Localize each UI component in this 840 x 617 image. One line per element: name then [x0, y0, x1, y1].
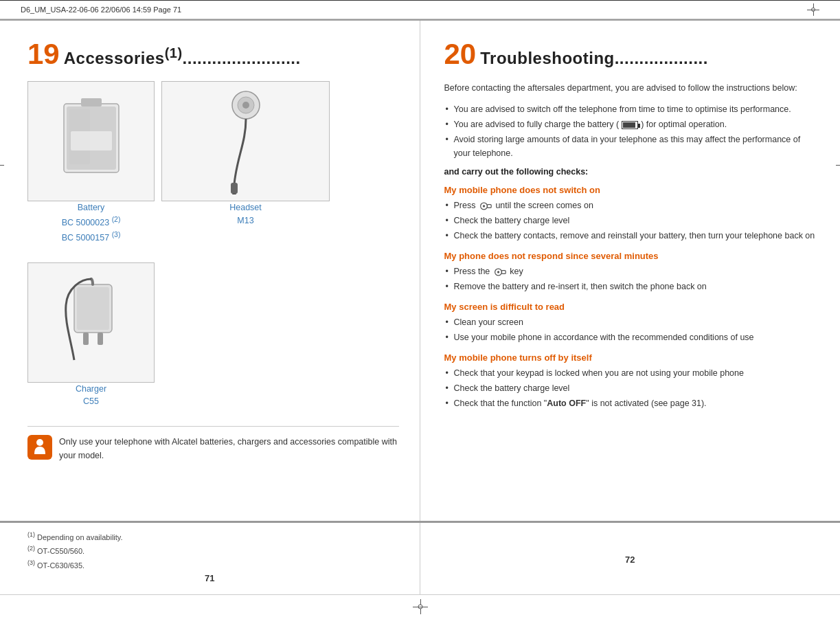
- svg-point-7: [242, 102, 249, 109]
- charger-accessory: Charger C55: [27, 262, 155, 416]
- intro-bullet-list: You are advised to switch off the teleph…: [444, 102, 817, 161]
- page-number-left: 71: [27, 573, 392, 583]
- s2-bullet-2: Remove the battery and re-insert it, the…: [444, 280, 817, 293]
- section2-bullets: Press the key Remove the battery and re-…: [444, 265, 817, 293]
- battery-label: Battery BC 5000023 (2) BC 5000157 (3): [62, 201, 121, 245]
- section4-bullets: Check that your keypad is locked when yo…: [444, 366, 817, 410]
- s3-bullet-1: Clean your screen: [444, 315, 817, 329]
- svg-rect-3: [81, 98, 102, 106]
- footer-right: 72: [420, 523, 841, 594]
- accessories-section-header: 19 Accessories(1).......................…: [27, 40, 399, 69]
- left-column: 19 Accessories(1).......................…: [0, 21, 420, 521]
- accessories-number: 19: [27, 40, 60, 69]
- svg-rect-12: [83, 333, 89, 345]
- subsection3-title: My screen is difficult to read: [444, 302, 817, 312]
- battery-accessory: Battery BC 5000023 (2) BC 5000157 (3): [27, 81, 155, 251]
- power-key-icon: [479, 201, 492, 211]
- svg-rect-9: [232, 194, 236, 194]
- warning-icon: [27, 435, 52, 460]
- bottom-crosshair-icon: [413, 599, 428, 614]
- svg-rect-17: [487, 205, 491, 208]
- battery-icon-inline-wrap: [620, 117, 639, 131]
- subsection2-title: My phone does not respond since several …: [444, 251, 817, 261]
- s3-bullet-2: Use your mobile phone in accordance with…: [444, 330, 817, 344]
- battery-inline-icon: [622, 121, 638, 129]
- svg-point-14: [36, 439, 43, 446]
- warning-person-icon: [30, 438, 49, 457]
- battery-illustration: [50, 97, 133, 186]
- checks-intro-text: and carry out the following checks:: [444, 167, 817, 177]
- troubleshooting-number: 20: [444, 40, 477, 69]
- left-crosshair-icon: [0, 158, 4, 172]
- footnotes: (1) Depending on availability. (2) OT-C5…: [27, 530, 392, 572]
- subsection4-title: My mobile phone turns off by itself: [444, 352, 817, 363]
- page-number-right: 72: [444, 554, 817, 565]
- key-icon-s2: [494, 267, 506, 277]
- trouble-intro-text: Before contacting the aftersales departm…: [444, 81, 817, 96]
- headset-image-box: [161, 81, 330, 201]
- section1-bullets: Press until the screen comes on Check th…: [444, 199, 817, 243]
- s1-bullet-1: Press until the screen comes on: [444, 199, 817, 212]
- intro-bullet-1: You are advised to switch off the teleph…: [444, 102, 817, 116]
- accessories-title: Accessories(1)........................: [64, 45, 301, 68]
- svg-rect-8: [231, 183, 238, 194]
- s4-bullet-3: Check that the function "Auto OFF" is no…: [444, 396, 817, 410]
- header-meta-text: D6_UM_USA-22-06-06 22/06/06 14:59 Page 7…: [21, 5, 181, 14]
- battery-image-box: [27, 81, 155, 201]
- charger-label: Charger C55: [76, 383, 106, 409]
- right-crosshair-icon: [836, 158, 840, 172]
- svg-rect-4: [71, 131, 112, 150]
- warning-text: Only use your telephone with Alcatel bat…: [59, 435, 399, 462]
- footnote-3: (3) OT-C630/635.: [27, 558, 392, 572]
- s1-bullet-3: Check the battery contacts, remove and r…: [444, 229, 817, 243]
- accessories-images-row: Battery BC 5000023 (2) BC 5000157 (3): [27, 81, 399, 251]
- svg-rect-20: [501, 271, 506, 274]
- right-column: 20 Troubleshooting................... Be…: [420, 21, 841, 521]
- footer-left: (1) Depending on availability. (2) OT-C5…: [0, 523, 420, 594]
- headset-illustration: [208, 88, 284, 194]
- svg-point-19: [497, 271, 499, 273]
- intro-bullet-3: Avoid storing large amounts of data in y…: [444, 133, 817, 160]
- svg-rect-11: [77, 287, 109, 330]
- charger-image-box: [27, 262, 155, 383]
- header-crosshair-icon: [807, 3, 819, 16]
- svg-point-16: [483, 205, 485, 207]
- footnote-1: (1) Depending on availability.: [27, 530, 392, 543]
- charger-row: Charger C55: [27, 262, 399, 416]
- footnote-2: (2) OT-C550/560.: [27, 543, 392, 557]
- s2-bullet-1: Press the key: [444, 265, 817, 278]
- header-bar: D6_UM_USA-22-06-06 22/06/06 14:59 Page 7…: [0, 0, 840, 19]
- section3-bullets: Clean your screen Use your mobile phone …: [444, 315, 817, 344]
- troubleshooting-section-header: 20 Troubleshooting...................: [444, 40, 817, 69]
- bottom-crosshair-row: [0, 594, 840, 617]
- headset-accessory: Headset M13: [161, 81, 330, 251]
- svg-rect-13: [98, 333, 103, 345]
- intro-bullet-2: You are advised to fully charge the batt…: [444, 117, 817, 132]
- subsection1-title: My mobile phone does not switch on: [444, 185, 817, 195]
- charger-illustration: [54, 278, 129, 367]
- headset-label: Headset M13: [229, 201, 262, 227]
- warning-box: Only use your telephone with Alcatel bat…: [27, 426, 399, 462]
- s4-bullet-1: Check that your keypad is locked when yo…: [444, 366, 817, 380]
- s4-bullet-2: Check the battery charge level: [444, 381, 817, 395]
- troubleshooting-title: Troubleshooting...................: [480, 49, 708, 68]
- main-content: 19 Accessories(1).......................…: [0, 19, 840, 522]
- s1-bullet-2: Check the battery charge level: [444, 214, 817, 227]
- page-container: D6_UM_USA-22-06-06 22/06/06 14:59 Page 7…: [0, 0, 840, 617]
- footer: (1) Depending on availability. (2) OT-C5…: [0, 522, 840, 594]
